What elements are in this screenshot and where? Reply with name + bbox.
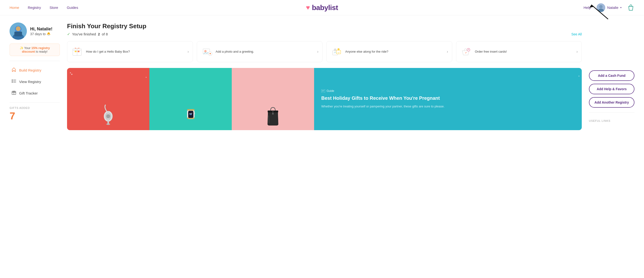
check-icon: ✓ [67, 32, 70, 36]
nav-registry[interactable]: Registry [28, 5, 41, 9]
sidebar-divider-1 [10, 61, 60, 61]
nav-guides[interactable]: Guides [67, 5, 78, 9]
main-content: Finish Your Registry Setup ✓ You've fini… [67, 22, 582, 130]
see-all-link[interactable]: See All [571, 32, 582, 36]
setup-card-icon-2 [330, 46, 342, 58]
nav-right: Help Natalie ▾ [584, 3, 634, 12]
svg-point-1 [599, 5, 602, 8]
progress-bar: ✓ You've finished 2 of 8 See All [67, 32, 582, 36]
svg-rect-46 [321, 89, 325, 92]
chevron-right-icon-1: › [317, 49, 318, 54]
setup-card-2[interactable]: Anyone else along for the ride? › [326, 41, 452, 62]
add-another-registry-button[interactable]: Add Another Registry [589, 97, 634, 108]
setup-card-icon-1 [201, 46, 213, 58]
bag-product-icon [266, 104, 280, 128]
sidebar-nav: Build Registry View Registry [10, 65, 60, 99]
discount-text-post: is ready! [35, 50, 48, 53]
svg-point-10 [12, 79, 13, 80]
svg-rect-22 [75, 51, 76, 52]
progress-num: 2 [98, 32, 100, 36]
sidebar-item-gift-tracker[interactable]: Gift Tracker [10, 88, 60, 99]
sidebar-divider-2 [10, 102, 60, 103]
svg-point-31 [338, 48, 340, 50]
add-help-favors-button[interactable]: Add Help & Favors [589, 84, 634, 94]
setup-card-text-2: Anyone else along for the ride? [345, 49, 444, 54]
svg-rect-9 [14, 31, 22, 36]
gift-icon [12, 90, 16, 96]
user-name: Natalie [607, 5, 618, 9]
build-registry-label: Build Registry [19, 68, 42, 72]
avatar [596, 3, 605, 12]
chevron-right-icon-3: › [576, 49, 578, 54]
gift-tracker-label: Gift Tracker [19, 91, 38, 95]
page-title: Finish Your Registry Setup [67, 22, 582, 30]
setup-card-3[interactable]: Order free insert cards! › [456, 41, 582, 62]
setup-card-icon-0 [71, 46, 83, 58]
chevron-down-icon: ▾ [620, 6, 622, 9]
banner-content[interactable]: Guide Best Holiday Gifts to Receive When… [314, 68, 582, 130]
banner-images: ✦ ✦ ✦ ✦ [67, 68, 314, 130]
gifts-count: 7 [10, 110, 60, 122]
sidebar: Hi, Natalie! 37 days to 🐣 ✨ Your 15% reg… [10, 22, 67, 130]
banner-description: Whether you're treating yourself or pamp… [321, 104, 574, 109]
svg-point-8 [16, 26, 20, 31]
guide-tag: Guide [321, 89, 574, 93]
discount-banner: ✨ Your 15% registry discount is ready! [10, 43, 60, 56]
chevron-right-icon-2: › [447, 49, 448, 54]
chevron-right-icon-0: › [188, 49, 189, 54]
heart-icon: ♥ [306, 4, 310, 11]
progress-of: of 8 [102, 32, 108, 36]
banner-img-pink [232, 68, 314, 130]
svg-point-36 [106, 123, 110, 125]
main-layout: Hi, Natalie! 37 days to 🐣 ✨ Your 15% reg… [0, 15, 644, 137]
featured-banner[interactable]: ✦ ✦ ✦ ✦ [67, 68, 582, 130]
banner-img-teal: ✦ ✦ [150, 68, 232, 130]
user-menu[interactable]: Natalie ▾ [596, 3, 622, 12]
svg-rect-43 [194, 112, 195, 114]
svg-point-11 [12, 81, 13, 82]
setup-card-icon-3 [460, 46, 472, 58]
days-label: 37 days to 🐣 [30, 32, 52, 36]
bag-icon[interactable] [627, 4, 634, 11]
guide-label: Guide [326, 89, 334, 93]
logo-text: babylist [312, 3, 338, 12]
banner-title: Best Holiday Gifts to Receive When You'r… [321, 95, 574, 101]
nav-store[interactable]: Store [50, 5, 58, 9]
navbar: Home Registry Store Guides ♥ babylist He… [0, 0, 644, 15]
watch-icon [183, 106, 198, 128]
list-icon [12, 79, 16, 84]
useful-links-label: USEFUL LINKS [589, 119, 634, 122]
profile-info: Hi, Natalie! 37 days to 🐣 [30, 26, 52, 36]
setup-card-text-3: Order free insert cards! [475, 49, 574, 54]
svg-point-12 [12, 82, 13, 83]
setup-card-0[interactable]: How do I get a Hello Baby Box? › [67, 41, 193, 62]
discount-text-pre: Your [24, 46, 31, 50]
help-link[interactable]: Help [584, 5, 591, 9]
right-sidebar: Add a Cash Fund Add Help & Favors Add An… [582, 70, 634, 130]
sidebar-item-view-registry[interactable]: View Registry [10, 77, 60, 87]
nav-home[interactable]: Home [10, 5, 19, 9]
greeting: Hi, Natalie! [30, 26, 52, 31]
setup-card-text-1: Add a photo and a greeting. [216, 49, 314, 54]
banner-img-red: ✦ ✦ [67, 68, 150, 130]
view-registry-label: View Registry [19, 80, 41, 84]
nav-links: Home Registry Store Guides [10, 5, 78, 9]
progress-text: You've finished [72, 32, 96, 36]
setup-cards: How do I get a Hello Baby Box? › Add a p… [67, 41, 582, 62]
site-logo[interactable]: ♥ babylist [306, 3, 338, 12]
svg-point-29 [334, 48, 336, 51]
dyson-icon [102, 99, 115, 128]
profile-section: Hi, Natalie! 37 days to 🐣 [10, 22, 60, 40]
setup-card-1[interactable]: Add a photo and a greeting. › [197, 41, 323, 62]
svg-rect-23 [78, 51, 80, 52]
spark-icon: ✨ [20, 46, 24, 50]
add-cash-fund-button[interactable]: Add a Cash Fund [589, 70, 634, 81]
svg-rect-39 [187, 109, 194, 111]
profile-avatar [10, 22, 27, 40]
home-icon [12, 67, 16, 73]
setup-card-text-0: How do I get a Hello Baby Box? [86, 49, 184, 54]
sidebar-item-build-registry[interactable]: Build Registry [10, 65, 60, 76]
right-sidebar-divider [589, 112, 634, 113]
svg-point-37 [106, 114, 110, 118]
gifts-added-label: GIFTS ADDED [10, 106, 60, 109]
